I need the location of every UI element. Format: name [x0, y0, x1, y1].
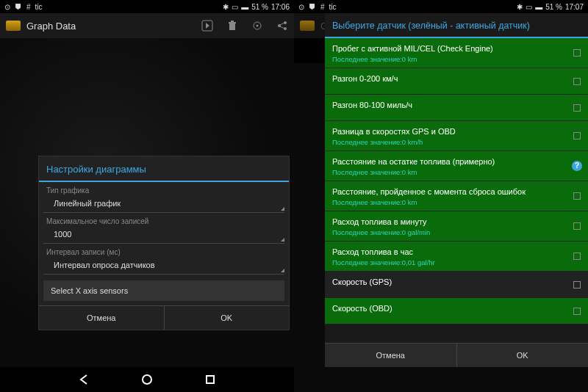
ok-button[interactable]: OK [457, 344, 589, 367]
sensor-checkbox[interactable] [573, 132, 581, 139]
sensor-item[interactable]: Разница в скоростях GPS и OBDПоследнее з… [325, 121, 588, 151]
status-icon: ⛊ [15, 3, 22, 11]
type-label: Тип графика [39, 182, 289, 196]
status-icon: ⛊ [309, 3, 316, 11]
status-icon: ⊙ [4, 3, 10, 11]
cancel-button[interactable]: Отмена [39, 306, 165, 330]
play-icon[interactable] [201, 20, 213, 32]
svg-rect-7 [207, 376, 214, 383]
sensor-title: Расстояние на остатке топлива (примерно) [332, 157, 581, 166]
sensor-checkbox[interactable] [573, 104, 581, 112]
status-hash-icon: # [320, 3, 325, 11]
sensor-last-value: Последнее значение:0 gal/min [332, 228, 581, 236]
dialog-title: Выберите датчик (зелёный - активный датч… [325, 13, 588, 38]
carrier-label: tic [35, 3, 43, 11]
sensor-item[interactable]: Скорость (OBD) [325, 298, 588, 324]
info-icon[interactable]: ? [572, 161, 582, 171]
sensor-checkbox[interactable] [573, 308, 581, 315]
carrier-label: tic [329, 3, 337, 11]
sensor-last-value: Последнее значение:0 km [332, 198, 581, 206]
bluetooth-icon: ✱ [517, 3, 523, 11]
max-dropdown[interactable]: 1000 [43, 227, 284, 244]
battery-pct: 51 % [545, 3, 562, 11]
sensor-title: Скорость (OBD) [332, 304, 581, 313]
target-icon[interactable] [251, 20, 263, 32]
trash-icon[interactable] [226, 20, 238, 32]
dialog-title: Настройки диаграммы [39, 156, 289, 182]
sensor-title: Скорость (GPS) [332, 277, 581, 286]
sensor-item[interactable]: Разгон 0-200 км/ч [325, 68, 588, 95]
sensor-list[interactable]: Пробег с активной MIL/CEL (Check Engine)… [325, 38, 588, 343]
left-screen: ⊙ ⛊ # tic ✱ ▭ ▬ 51 % 17:06 Graph Data На… [0, 0, 294, 392]
nav-bar [0, 367, 294, 392]
content-area: Настройки диаграммы Тип графика Линейный… [0, 38, 294, 367]
sensor-title: Разгон 0-200 км/ч [332, 74, 581, 83]
recent-button[interactable] [204, 374, 216, 385]
sensor-checkbox[interactable] [573, 78, 581, 85]
sensor-title: Разница в скоростях GPS и OBD [332, 127, 581, 136]
share-icon[interactable] [276, 20, 288, 32]
ok-button[interactable]: OK [165, 306, 290, 330]
sensor-checkbox[interactable] [573, 222, 581, 230]
sensor-item[interactable]: Расстояние, пройденное с момента сброса … [325, 181, 588, 211]
svg-point-2 [257, 25, 259, 27]
sensor-checkbox[interactable] [573, 281, 581, 288]
sensor-last-value: Последнее значение:0 km [332, 55, 581, 63]
sensor-last-value: Последнее значение:0 km [332, 168, 581, 176]
sensor-title: Расстояние, пройденное с момента сброса … [332, 187, 581, 196]
type-dropdown[interactable]: Линейный график [43, 196, 284, 213]
status-bar: ⊙ ⛊ # tic ✱ ▭ ▬ 51 % 17:07 [294, 0, 588, 13]
interval-label: Интервал записи (мс) [39, 244, 289, 258]
sensor-item[interactable]: Расход топлива в минутуПоследнее значени… [325, 211, 588, 242]
bluetooth-icon: ✱ [223, 3, 229, 11]
sensor-title: Пробег с активной MIL/CEL (Check Engine) [332, 44, 581, 53]
status-hash-icon: # [26, 3, 31, 11]
back-button[interactable] [78, 374, 90, 385]
sensor-item[interactable]: Расстояние на остатке топлива (примерно)… [325, 151, 588, 181]
battery-icon: ▬ [535, 3, 542, 11]
sensor-title: Расход топлива в минуту [332, 217, 581, 226]
clock: 17:06 [271, 3, 290, 11]
status-icon: ⊙ [298, 3, 304, 11]
interval-dropdown[interactable]: Интервал опроса датчиков [43, 258, 284, 275]
app-bar: Graph Data [0, 13, 294, 38]
sensor-last-value: Последнее значение:0 km/h [332, 138, 581, 146]
svg-point-6 [143, 375, 151, 384]
max-label: Максимальное число записей [39, 213, 289, 227]
sensor-title: Расход топлива в час [332, 247, 581, 256]
home-button[interactable] [141, 374, 153, 385]
sensor-item[interactable]: Расход топлива в часПоследнее значение:0… [325, 242, 588, 272]
sensor-select-dialog: Выберите датчик (зелёный - активный датч… [325, 13, 588, 367]
app-icon [6, 21, 21, 31]
battery-pct: 51 % [251, 3, 268, 11]
sensor-last-value: Последнее значение:0,01 gal/hr [332, 258, 581, 266]
signal-icon: ▭ [526, 3, 532, 11]
select-x-button[interactable]: Select X axis sensors [43, 280, 284, 301]
sensor-item[interactable]: Скорость (GPS) [325, 272, 588, 298]
sensor-title: Разгон 80-100 миль/ч [332, 101, 581, 109]
sensor-checkbox[interactable] [573, 253, 581, 260]
sensor-checkbox[interactable] [573, 49, 581, 57]
clock: 17:07 [565, 3, 584, 11]
battery-icon: ▬ [241, 3, 248, 11]
sensor-item[interactable]: Разгон 80-100 миль/ч [325, 95, 588, 121]
sensor-item[interactable]: Пробег с активной MIL/CEL (Check Engine)… [325, 38, 588, 68]
status-bar: ⊙ ⛊ # tic ✱ ▭ ▬ 51 % 17:06 [0, 0, 294, 13]
signal-icon: ▭ [232, 3, 238, 11]
right-screen: ⊙ ⛊ # tic ✱ ▭ ▬ 51 % 17:07 Graph Data Вы… [294, 0, 588, 392]
cancel-button[interactable]: Отмена [325, 344, 457, 367]
chart-settings-dialog: Настройки диаграммы Тип графика Линейный… [38, 156, 290, 330]
sensor-checkbox[interactable] [573, 192, 581, 200]
app-title: Graph Data [26, 21, 196, 32]
